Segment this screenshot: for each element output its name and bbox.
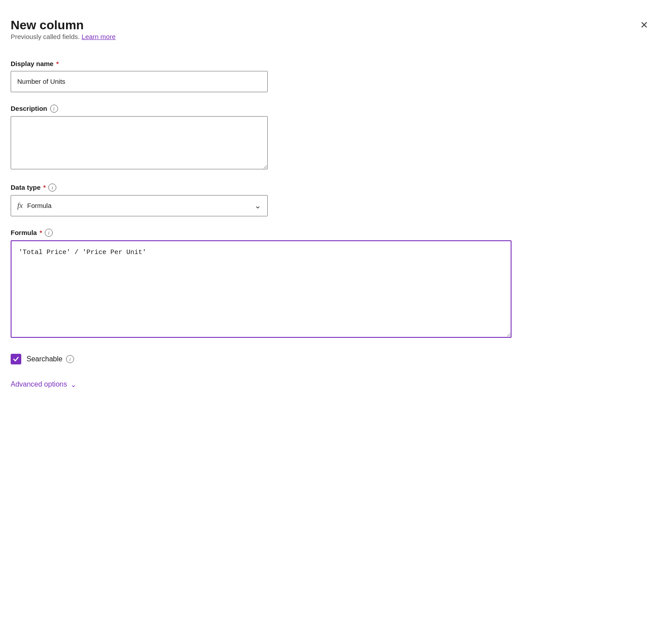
new-column-panel: New column Previously called fields. Lea… xyxy=(0,0,672,622)
advanced-options-label: Advanced options xyxy=(11,380,67,388)
searchable-label: Searchable i xyxy=(27,355,74,363)
display-name-required: * xyxy=(56,60,59,67)
data-type-select[interactable]: fx Formula ⌄ xyxy=(11,195,268,216)
searchable-label-text: Searchable xyxy=(27,355,63,363)
data-type-group: Data type * i fx Formula ⌄ xyxy=(11,184,651,216)
searchable-info-icon: i xyxy=(66,355,74,363)
advanced-options-chevron-down-icon: ⌄ xyxy=(70,380,76,389)
panel-header: New column Previously called fields. Lea… xyxy=(11,18,651,56)
panel-title-area: New column Previously called fields. Lea… xyxy=(11,18,116,56)
formula-required: * xyxy=(39,229,42,236)
description-label-text: Description xyxy=(11,105,47,112)
subtitle-text: Previously called fields. xyxy=(11,33,80,40)
close-button[interactable]: ✕ xyxy=(637,18,651,33)
data-type-value-text: Formula xyxy=(27,202,51,209)
formula-group: Formula * i 'Total Price' / 'Price Per U… xyxy=(11,229,651,340)
display-name-input[interactable] xyxy=(11,71,268,92)
data-type-required: * xyxy=(43,184,46,191)
formula-input[interactable]: 'Total Price' / 'Price Per Unit' xyxy=(11,240,512,338)
data-type-info-icon: i xyxy=(48,184,56,192)
page-title: New column xyxy=(11,18,116,33)
searchable-row: Searchable i xyxy=(11,354,651,364)
searchable-checkbox[interactable] xyxy=(11,354,21,364)
formula-label-text: Formula xyxy=(11,229,37,236)
formula-label: Formula * i xyxy=(11,229,651,237)
data-type-selected-value: fx Formula xyxy=(17,201,51,210)
data-type-label-text: Data type xyxy=(11,184,41,191)
description-label: Description i xyxy=(11,105,651,113)
learn-more-link[interactable]: Learn more xyxy=(82,33,116,40)
data-type-chevron-down-icon: ⌄ xyxy=(254,201,261,211)
description-group: Description i xyxy=(11,105,651,171)
display-name-label: Display name * xyxy=(11,60,651,67)
formula-info-icon: i xyxy=(45,229,53,237)
description-info-icon: i xyxy=(50,105,58,113)
data-type-label: Data type * i xyxy=(11,184,651,192)
checkmark-icon xyxy=(13,356,19,362)
panel-subtitle: Previously called fields. Learn more xyxy=(11,33,116,40)
close-icon: ✕ xyxy=(640,20,648,30)
display-name-group: Display name * xyxy=(11,60,651,92)
display-name-label-text: Display name xyxy=(11,60,54,67)
advanced-options-row[interactable]: Advanced options ⌄ xyxy=(11,380,651,389)
description-input[interactable] xyxy=(11,116,268,169)
formula-fx-icon: fx xyxy=(17,201,23,210)
